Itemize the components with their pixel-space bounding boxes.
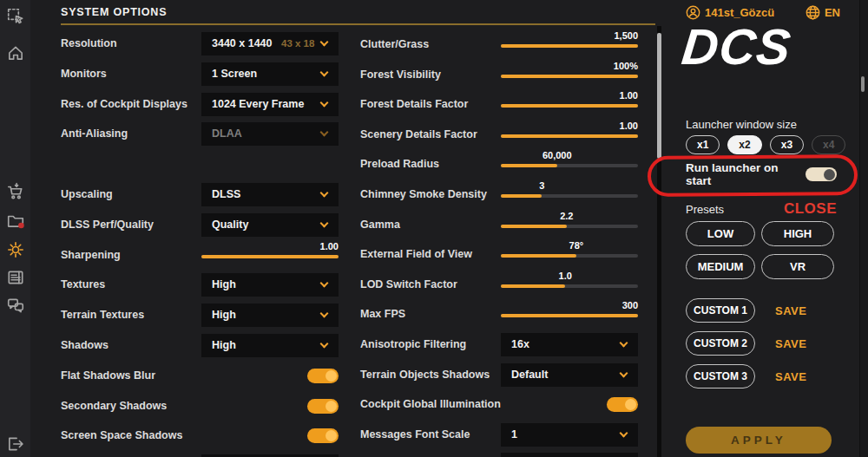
gamma-label: Gamma <box>360 213 400 237</box>
dropdown-extra-value: 43 x 18 <box>281 32 314 55</box>
window-scrollbar-thumb[interactable] <box>861 76 865 92</box>
language-selector[interactable]: EN <box>806 5 840 20</box>
settings-column-middle: Clutter/Grass1,500Forest Visibility100%F… <box>360 33 638 457</box>
dropdown-value: DLAA <box>212 122 242 146</box>
custom-3-save-button[interactable]: SAVE <box>775 370 806 383</box>
slider-fill <box>501 254 576 258</box>
external-field-of-view-slider[interactable]: 78° <box>501 243 638 266</box>
dropdown-value: 1024 Every Frame <box>212 93 304 116</box>
forest-visibility-slider[interactable]: 100% <box>501 63 638 87</box>
chevron-down-icon <box>320 189 329 198</box>
sharpening-label: Sharpening <box>61 244 121 267</box>
screen-space-shadows-label: Screen Space Shadows <box>61 424 182 447</box>
window-size-x1-button[interactable]: x1 <box>686 135 720 154</box>
max-fps-slider[interactable]: 300 <box>501 303 638 326</box>
custom-1-button[interactable]: CUSTOM 1 <box>686 298 755 323</box>
settings-gear-icon[interactable] <box>6 240 25 259</box>
custom-2-save-button[interactable]: SAVE <box>775 337 806 350</box>
secondary-shadows-row: Secondary Shadows <box>61 395 339 418</box>
slider-track <box>501 134 638 138</box>
max-fps-label: Max FPS <box>360 303 405 326</box>
custom-1-row: CUSTOM 1SAVE <box>686 298 837 323</box>
lod-switch-factor-slider[interactable]: 1.0 <box>501 273 638 297</box>
dlss-perf-quality-dropdown[interactable]: Quality <box>201 213 339 237</box>
downloads-folder-icon[interactable] <box>6 212 25 231</box>
preload-radius-label: Preload Radius <box>360 153 439 176</box>
store-cart-icon[interactable] <box>6 182 25 201</box>
scenery-details-factor-row: Scenery Details Factor1.00 <box>360 123 638 147</box>
anti-aliasing-label: Anti-Aliasing <box>61 122 128 146</box>
shadows-label: Shadows <box>61 334 108 357</box>
custom-3-button[interactable]: CUSTOM 3 <box>686 364 755 388</box>
external-field-of-view-label: External Field of View <box>360 243 472 266</box>
slider-fill <box>501 284 565 288</box>
window-size-x3-button[interactable]: x3 <box>770 135 804 154</box>
exit-icon[interactable] <box>6 434 25 454</box>
textures-dropdown[interactable]: High <box>201 273 339 297</box>
resolution-dropdown[interactable]: 3440 x 144043 x 18 <box>201 32 339 55</box>
forest-details-factor-slider[interactable]: 1.00 <box>501 93 638 116</box>
upscaling-dropdown[interactable]: DLSS <box>201 183 339 206</box>
chimney-smoke-density-label: Chimney Smoke Density <box>360 183 487 206</box>
dropdown-value: 1 <box>511 423 517 447</box>
monitors-dropdown[interactable]: 1 Screen <box>201 62 339 86</box>
preset-vr-button[interactable]: VR <box>761 254 834 279</box>
preload-radius-slider[interactable]: 60,000 <box>501 153 638 176</box>
screen-space-shadows-row: Screen Space Shadows <box>61 424 339 447</box>
main-scrollbar[interactable] <box>657 26 661 457</box>
cockpit-global-illumination-toggle[interactable] <box>607 397 638 412</box>
select-tool-icon[interactable] <box>6 7 25 26</box>
lod-switch-factor-label: LOD Switch Factor <box>360 273 457 297</box>
preset-low-button[interactable]: LOW <box>686 221 755 246</box>
forest-visibility-label: Forest Visibility <box>360 63 441 87</box>
close-button[interactable]: CLOSE <box>784 200 837 218</box>
screen-space-shadows-toggle[interactable] <box>307 428 339 443</box>
terrain-objects-shadows-row: Terrain Objects ShadowsDefault <box>360 363 638 387</box>
run-launcher-toggle[interactable] <box>806 167 837 181</box>
slider-value: 1.0 <box>559 271 572 281</box>
next-setting-dropdown[interactable] <box>501 453 638 457</box>
custom-2-button[interactable]: CUSTOM 2 <box>686 331 755 356</box>
clutter-grass-slider[interactable]: 1,500 <box>501 33 638 56</box>
main-scrollbar-thumb[interactable] <box>657 33 661 159</box>
slider-track <box>201 255 339 258</box>
sharpening-slider[interactable]: 1.00 <box>201 244 339 267</box>
dcs-logo: DCS <box>679 17 794 75</box>
shadows-dropdown[interactable]: High <box>201 334 339 357</box>
launcher-window-size-label: Launcher window size <box>686 118 797 131</box>
chevron-down-icon <box>620 339 628 348</box>
slider-fill <box>501 44 638 48</box>
chimney-smoke-density-slider[interactable]: 3 <box>501 183 638 206</box>
flat-shadows-blur-toggle[interactable] <box>307 369 339 383</box>
messages-font-scale-dropdown[interactable]: 1 <box>501 423 638 447</box>
right-panel: 141st_Gözcü EN DCS Launcher window size … <box>667 0 859 457</box>
terrain-textures-dropdown[interactable]: High <box>201 304 339 327</box>
slider-value: 3 <box>539 180 544 191</box>
window-scrollbar-track[interactable] <box>859 0 868 457</box>
custom-1-save-button[interactable]: SAVE <box>775 304 806 317</box>
anisotropic-filtering-dropdown[interactable]: 16x <box>501 333 638 356</box>
res-of-cockpit-displays-dropdown[interactable]: 1024 Every Frame <box>201 93 339 116</box>
window-size-x2-button[interactable]: x2 <box>727 135 761 154</box>
terrain-objects-shadows-dropdown[interactable]: Default <box>501 363 638 387</box>
community-chat-icon[interactable] <box>6 296 25 315</box>
monitors-label: Monitors <box>61 62 107 86</box>
preset-buttons: LOWHIGHMEDIUMVR <box>686 221 834 279</box>
preset-medium-button[interactable]: MEDIUM <box>686 254 755 279</box>
globe-icon <box>806 5 820 20</box>
preset-high-button[interactable]: HIGH <box>761 221 834 246</box>
preload-radius-row: Preload Radius60,000 <box>360 153 638 176</box>
chevron-down-icon <box>620 428 628 437</box>
scenery-details-factor-slider[interactable]: 1.00 <box>501 123 638 147</box>
dropdown-value: High <box>212 334 236 357</box>
slider-value: 1.00 <box>620 121 638 131</box>
apply-button[interactable]: APPLY <box>686 427 832 454</box>
home-icon[interactable] <box>6 43 25 62</box>
window-size-x4-button[interactable]: x4 <box>812 135 845 154</box>
dropdown-value: 3440 x 1440 <box>212 32 273 55</box>
news-icon[interactable] <box>6 268 25 287</box>
gamma-slider[interactable]: 2.2 <box>501 213 638 237</box>
anti-aliasing-dropdown[interactable]: DLAA <box>201 122 339 146</box>
secondary-shadows-toggle[interactable] <box>307 399 339 414</box>
page-title: SYSTEM OPTIONS <box>61 6 167 18</box>
